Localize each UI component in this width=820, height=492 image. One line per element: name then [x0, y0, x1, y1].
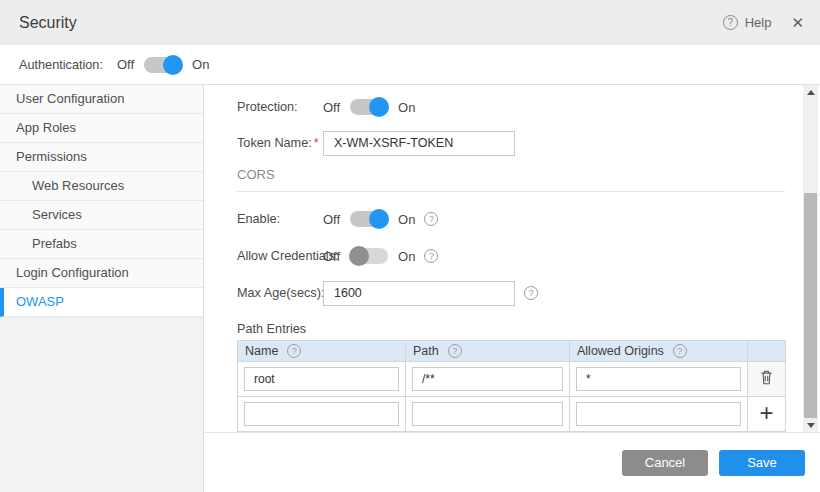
- authentication-label: Authentication:: [19, 58, 103, 72]
- security-dialog: Security ? Help ✕ Authentication: Off On…: [0, 0, 820, 492]
- token-name-row: Token Name:*: [237, 130, 820, 156]
- path-help-icon[interactable]: ?: [448, 344, 462, 358]
- column-header-allowed-origins: Allowed Origins?: [570, 341, 748, 362]
- authentication-off-label: Off: [117, 57, 134, 72]
- path-cell-input[interactable]: [412, 367, 563, 391]
- allowed-origins-help-icon[interactable]: ?: [673, 344, 687, 358]
- footer-sidebar-spacer: [0, 432, 204, 492]
- owasp-panel: Protection: Off On Token Name:* CORS Ena…: [204, 85, 820, 432]
- authentication-row: Authentication: Off On: [0, 45, 820, 85]
- name-cell-input[interactable]: [244, 402, 399, 426]
- allow-credentials-row: Allow Credentials: Off On ?: [237, 243, 820, 269]
- allow-credentials-label: Allow Credentials:: [237, 249, 321, 263]
- scroll-down-arrow-icon[interactable]: [803, 418, 818, 432]
- sidebar-item-app-roles[interactable]: App Roles: [0, 114, 203, 143]
- allowed-origins-cell-input[interactable]: [576, 367, 741, 391]
- authentication-on-label: On: [192, 57, 209, 72]
- plus-icon: +: [759, 399, 773, 426]
- enable-toggle[interactable]: [350, 211, 388, 227]
- path-entries-label: Path Entries: [237, 322, 820, 336]
- sidebar: User Configuration App Roles Permissions…: [0, 85, 204, 432]
- allow-credentials-help-icon[interactable]: ?: [424, 249, 438, 263]
- column-header-path: Path?: [406, 341, 570, 362]
- table-header-row: Name? Path? Allowed Origins?: [238, 341, 786, 362]
- allow-credentials-on-label: On: [398, 249, 415, 264]
- toggle-knob: [369, 97, 389, 117]
- path-cell-input[interactable]: [412, 402, 563, 426]
- max-age-label: Max Age(secs):*: [237, 286, 321, 300]
- allow-credentials-toggle[interactable]: [350, 248, 388, 264]
- protection-toggle[interactable]: [350, 99, 388, 115]
- sidebar-item-permissions[interactable]: Permissions: [0, 143, 203, 172]
- protection-label: Protection:: [237, 100, 321, 114]
- section-divider: [237, 191, 785, 192]
- table-row: +: [238, 397, 786, 432]
- title-bar: Security ? Help ✕: [0, 0, 820, 45]
- help-link[interactable]: Help: [745, 15, 772, 30]
- max-age-row: Max Age(secs):* ?: [237, 280, 820, 306]
- page-title: Security: [19, 14, 77, 32]
- trash-icon: [759, 369, 774, 386]
- protection-off-label: Off: [323, 100, 340, 115]
- scroll-up-arrow-icon[interactable]: [803, 85, 818, 99]
- name-help-icon[interactable]: ?: [287, 344, 301, 358]
- allow-credentials-off-label: Off: [323, 249, 340, 264]
- help-icon[interactable]: ?: [723, 15, 738, 30]
- allowed-origins-cell-input[interactable]: [576, 402, 741, 426]
- toggle-knob: [369, 209, 389, 229]
- protection-on-label: On: [398, 100, 415, 115]
- cors-section-heading: CORS: [237, 167, 820, 182]
- save-button[interactable]: Save: [719, 450, 805, 476]
- sidebar-item-services[interactable]: Services: [0, 201, 203, 230]
- column-header-actions: [748, 341, 786, 362]
- close-icon[interactable]: ✕: [791, 14, 804, 32]
- token-name-label: Token Name:*: [237, 136, 321, 150]
- protection-row: Protection: Off On: [237, 92, 820, 122]
- required-asterisk: *: [314, 136, 319, 150]
- sidebar-item-web-resources[interactable]: Web Resources: [0, 172, 203, 201]
- sidebar-item-prefabs[interactable]: Prefabs: [0, 230, 203, 259]
- enable-off-label: Off: [323, 212, 340, 227]
- sidebar-item-login-configuration[interactable]: Login Configuration: [0, 259, 203, 288]
- column-header-name: Name?: [238, 341, 406, 362]
- authentication-toggle[interactable]: [144, 57, 182, 73]
- name-cell-input[interactable]: [244, 367, 399, 391]
- enable-help-icon[interactable]: ?: [424, 212, 438, 226]
- enable-on-label: On: [398, 212, 415, 227]
- enable-label: Enable:: [237, 212, 321, 226]
- scrollbar-thumb[interactable]: [804, 193, 817, 418]
- cancel-button[interactable]: Cancel: [622, 450, 708, 476]
- toggle-knob: [163, 55, 183, 75]
- sidebar-item-owasp[interactable]: OWASP: [0, 288, 203, 317]
- delete-row-button[interactable]: [759, 369, 774, 386]
- max-age-help-icon[interactable]: ?: [524, 286, 538, 300]
- add-row-button[interactable]: +: [759, 403, 773, 423]
- sidebar-item-user-configuration[interactable]: User Configuration: [0, 85, 203, 114]
- vertical-scrollbar: [803, 85, 818, 432]
- enable-row: Enable: Off On ?: [237, 206, 820, 232]
- toggle-knob: [349, 246, 369, 266]
- main-area: User Configuration App Roles Permissions…: [0, 85, 820, 432]
- token-name-input[interactable]: [323, 131, 515, 156]
- table-row: [238, 362, 786, 397]
- max-age-input[interactable]: [323, 281, 515, 306]
- footer: Cancel Save: [0, 432, 820, 492]
- path-entries-table: Name? Path? Allowed Origins?: [237, 340, 786, 432]
